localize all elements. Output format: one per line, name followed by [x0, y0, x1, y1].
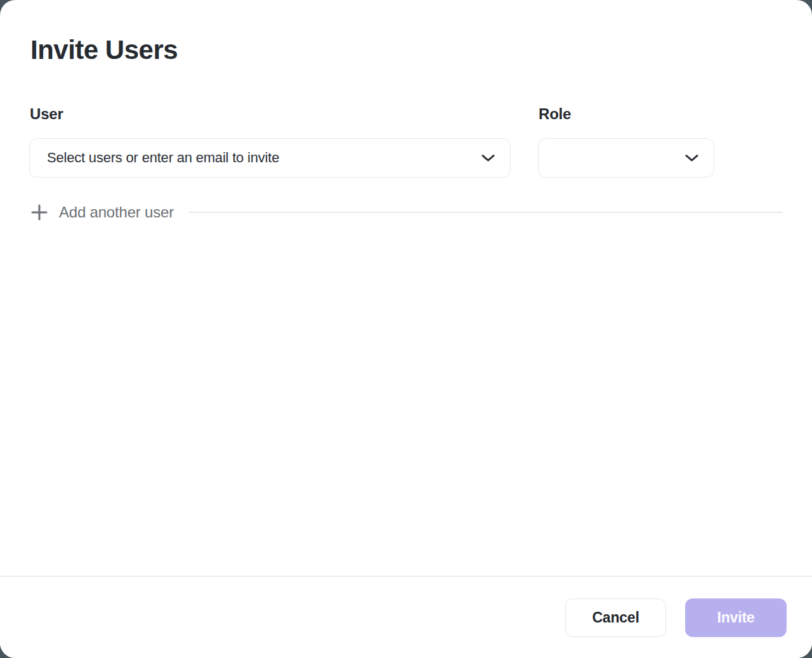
plus-icon: [30, 203, 48, 221]
user-field-label: User: [30, 105, 63, 123]
role-select[interactable]: [538, 138, 714, 177]
add-user-row: Add another user: [30, 202, 783, 223]
user-select[interactable]: Select users or enter an email to invite: [29, 138, 511, 177]
role-field-label: Role: [539, 105, 571, 123]
user-select-placeholder: Select users or enter an email to invite: [47, 150, 481, 166]
chevron-down-icon: [685, 154, 698, 162]
modal-footer: Cancel Invite: [0, 576, 812, 658]
divider: [189, 212, 783, 213]
add-another-user-label: Add another user: [59, 203, 174, 221]
cancel-button[interactable]: Cancel: [565, 598, 666, 637]
add-another-user-button[interactable]: Add another user: [30, 203, 174, 221]
invite-button[interactable]: Invite: [685, 598, 787, 637]
page-title: Invite Users: [30, 35, 178, 65]
chevron-down-icon: [481, 154, 495, 162]
invite-users-modal: Invite Users User Role Select users or e…: [0, 0, 812, 658]
